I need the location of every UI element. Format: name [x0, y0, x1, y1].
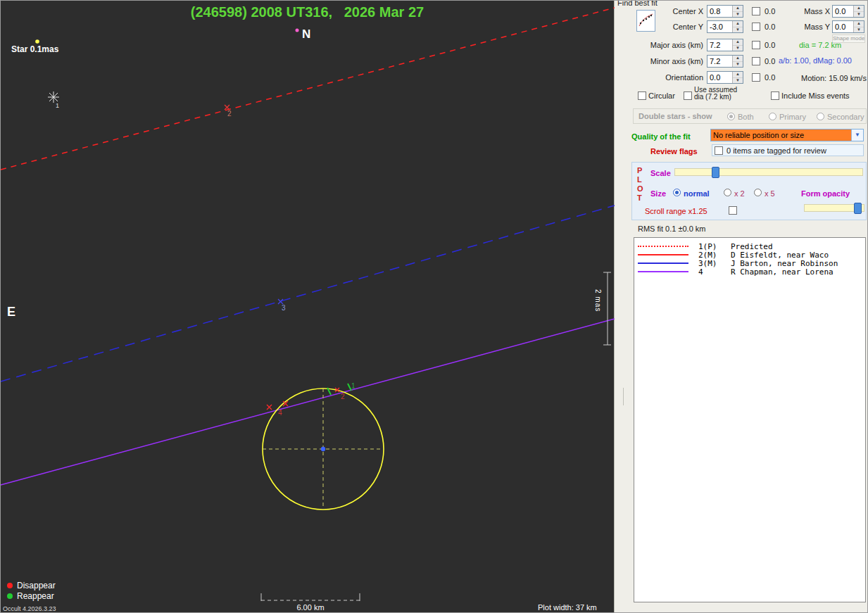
- chord4-line-sample: [638, 271, 688, 272]
- chord-list-item[interactable]: 2(M) D Eisfeldt, near Waco: [638, 251, 865, 259]
- mass-x-value[interactable]: 0.0: [833, 6, 853, 17]
- version-label: Occult 4.2026.3.23: [3, 605, 56, 612]
- chord2-label: 2: [227, 110, 232, 118]
- mass-y-label: Mass Y: [802, 23, 830, 31]
- chord-list-item[interactable]: 3(M) J Barton, near Robinson: [638, 259, 865, 267]
- center-x-aux: 0.0: [765, 7, 775, 15]
- minor-axis-label: Minor axis (km): [633, 57, 703, 65]
- plot-letter-p: P: [637, 166, 642, 175]
- size-x5-radio[interactable]: [754, 189, 762, 196]
- orientation-spinner[interactable]: 0.0 ▲▼: [707, 71, 743, 84]
- size-x2-radio[interactable]: [724, 189, 731, 196]
- chord3-line-sample: [638, 263, 688, 264]
- scale-label: Scale: [650, 169, 671, 177]
- form-opacity-slider-thumb[interactable]: [854, 203, 862, 214]
- major-axis-checkbox[interactable]: [752, 41, 760, 49]
- minor-axis-value[interactable]: 7.2: [707, 56, 732, 67]
- occultation-plot-canvas[interactable]: 1 2 3 4: [1, 1, 615, 613]
- center-x-value[interactable]: 0.8: [707, 6, 732, 17]
- center-x-checkbox[interactable]: [752, 7, 760, 15]
- double-stars-secondary-radio: [817, 113, 824, 120]
- major-axis-value[interactable]: 7.2: [707, 39, 732, 51]
- center-y-checkbox[interactable]: [752, 23, 760, 31]
- find-best-fit-label: Find best fit: [617, 0, 658, 7]
- v-scale-bracket: [603, 272, 611, 345]
- event1-label: 1: [351, 382, 356, 390]
- minor-axis-checkbox[interactable]: [752, 57, 760, 65]
- size-x2-label: x 2: [734, 189, 745, 198]
- fit-control-panel: Find best fit Center X 0.8 ▲▼ 0.0 Mass X…: [615, 1, 868, 613]
- mass-y-spin-buttons[interactable]: ▲▼: [853, 21, 864, 32]
- quality-dropdown-arrow-icon[interactable]: ▼: [851, 129, 863, 141]
- form-opacity-slider[interactable]: [804, 204, 864, 212]
- v-scale-label: 2 mas: [594, 289, 602, 312]
- chord1-line-sample: [638, 246, 688, 247]
- chord4-line: [1, 319, 615, 485]
- h-scale-bracket: [261, 593, 360, 601]
- chord-listbox[interactable]: 1(P) Predicted 2(M) D Eisfeldt, near Wac…: [634, 237, 866, 602]
- include-miss-events-checkbox[interactable]: [771, 91, 779, 100]
- quality-of-fit-dropdown[interactable]: No reliable position or size ▼: [710, 129, 864, 141]
- motion-note: Motion: 15.09 km/s: [801, 74, 867, 82]
- major-axis-spin-buttons[interactable]: ▲▼: [732, 39, 743, 51]
- plot-options-group: P L O T Scale Size normal x 2 x 5 Form o…: [631, 162, 867, 220]
- minor-axis-spin-buttons[interactable]: ▲▼: [732, 56, 743, 67]
- axis-ratio-note: a/b: 1.00, dMag: 0.00: [779, 56, 852, 65]
- event2-label: 2: [341, 393, 345, 400]
- chord2-site-marker: [225, 105, 229, 110]
- star-dot: [35, 39, 39, 44]
- north-label: N: [302, 27, 310, 42]
- mass-y-spinner[interactable]: 0.0 ▲▼: [832, 20, 864, 33]
- orientation-checkbox[interactable]: [752, 73, 760, 82]
- center-x-spin-buttons[interactable]: ▲▼: [732, 6, 743, 17]
- chord4-name: R Chapman, near Lorena: [731, 267, 834, 277]
- double-stars-both-label: Both: [738, 113, 754, 121]
- circular-label: Circular: [648, 91, 675, 100]
- plot-letter-t: T: [637, 194, 642, 202]
- center-y-spinner[interactable]: -3.0 ▲▼: [707, 20, 743, 33]
- scale-slider-thumb[interactable]: [712, 167, 719, 178]
- major-axis-aux: 0.0: [765, 41, 775, 49]
- orientation-label: Orientation: [633, 73, 703, 82]
- use-assumed-dia-checkbox[interactable]: [684, 91, 692, 100]
- reappear-label: Reappear: [17, 591, 54, 601]
- double-stars-primary-label: Primary: [779, 113, 806, 121]
- scale-slider[interactable]: [674, 168, 863, 176]
- circular-checkbox[interactable]: [638, 91, 646, 100]
- center-y-spin-buttons[interactable]: ▲▼: [732, 21, 743, 32]
- chord-list-item[interactable]: 1(P) Predicted: [638, 242, 865, 251]
- star-scale-label: Star 0.1mas: [11, 44, 58, 54]
- center-y-label: Center Y: [643, 23, 703, 31]
- plot-width-label: Plot width: 37 km: [538, 603, 597, 612]
- orientation-value[interactable]: 0.0: [707, 72, 732, 83]
- chord3-label: 3: [282, 304, 286, 312]
- disappear-dot: [7, 583, 13, 588]
- orientation-spin-buttons[interactable]: ▲▼: [732, 72, 743, 83]
- double-stars-primary-radio: [769, 113, 776, 120]
- center-x-spinner[interactable]: 0.8 ▲▼: [707, 5, 743, 18]
- h-scale-label: 6.00 km: [281, 603, 340, 612]
- mass-y-value[interactable]: 0.0: [833, 21, 853, 32]
- quality-of-fit-label: Quality of the fit: [631, 132, 691, 141]
- double-stars-group: Double stars - show Both Primary Seconda…: [633, 108, 867, 124]
- chord4-number: 4: [698, 267, 731, 277]
- include-miss-events-label: Include Miss events: [781, 91, 850, 100]
- chord2-line-sample: [638, 254, 688, 255]
- major-axis-label: Major axis (km): [633, 41, 703, 49]
- ellipse-center-dot: [321, 447, 325, 451]
- minor-axis-spinner[interactable]: 7.2 ▲▼: [707, 55, 743, 68]
- review-flags-checkbox[interactable]: [715, 146, 723, 155]
- center-y-value[interactable]: -3.0: [707, 21, 732, 32]
- mass-x-spinner[interactable]: 0.0 ▲▼: [832, 5, 864, 18]
- scroll-range-checkbox[interactable]: [729, 206, 737, 215]
- site1-label: 1: [56, 102, 59, 109]
- size-normal-radio[interactable]: [673, 189, 681, 196]
- major-axis-spinner[interactable]: 7.2 ▲▼: [707, 39, 743, 51]
- minor-axis-aux: 0.0: [765, 57, 775, 65]
- mass-x-spin-buttons[interactable]: ▲▼: [853, 6, 864, 17]
- chord-list-item[interactable]: 4 R Chapman, near Lorena: [638, 267, 865, 276]
- double-stars-label: Double stars - show: [639, 112, 712, 120]
- use-assumed-dia-label: Use assumed dia (7.2 km): [694, 87, 741, 101]
- diameter-note: dia = 7.2 km: [799, 41, 841, 49]
- size-x5-label: x 5: [765, 189, 775, 198]
